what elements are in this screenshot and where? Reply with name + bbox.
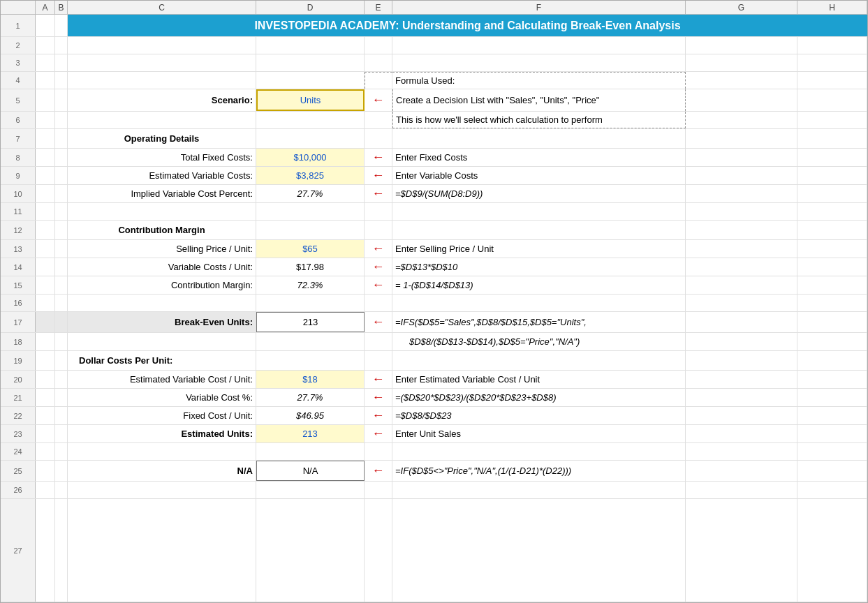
cell-10e: ← [365, 185, 392, 202]
cell-11d [256, 203, 365, 220]
col-header-e: E [365, 1, 392, 14]
est-units-value[interactable]: 213 [256, 425, 365, 442]
cell-12g [686, 221, 797, 239]
cell-11f [392, 203, 686, 220]
row-13: 13 Selling Price / Unit: $65 ← Enter Sel… [1, 240, 867, 258]
cell-19b [55, 351, 68, 370]
cell-23h [797, 425, 867, 442]
cell-3e [365, 54, 392, 71]
cell-22d: $46.95 [256, 407, 365, 424]
rownum-22: 22 [1, 407, 36, 424]
est-units-label: Estimated Units: [181, 429, 253, 439]
col-header-d: D [256, 1, 365, 14]
cell-8c: Total Fixed Costs: [68, 149, 256, 166]
cell-11h [797, 203, 867, 220]
cell-6f: This is how we'll select which calculati… [392, 112, 686, 128]
cell-21c: Variable Cost %: [68, 389, 256, 406]
cell-16b [55, 295, 68, 311]
title-text: INVESTOPEDIA ACADEMY: Understanding and … [254, 20, 680, 32]
cell-23b [55, 425, 68, 442]
row-7: 7 Operating Details [1, 129, 867, 149]
cell-10d: 27.7% [256, 185, 365, 202]
cell-24f [392, 443, 686, 460]
cell-16d [256, 295, 365, 311]
var-costs-val: $3,825 [296, 170, 324, 181]
cell-7d [256, 129, 365, 148]
row-15: 15 Contribution Margin: 72.3% ← = 1-($D$… [1, 276, 867, 295]
rownum-19: 19 [1, 351, 36, 370]
cell-12c: Contribution Margin [68, 221, 256, 239]
cell-7c: Operating Details [68, 129, 256, 148]
cell-22f: =$D$8/$D$23 [392, 407, 686, 424]
cell-10c: Implied Variable Cost Percent: [68, 185, 256, 202]
cell-24d [256, 443, 365, 460]
cell-24h [797, 443, 867, 460]
cell-7h [797, 129, 867, 148]
cell-6g [686, 112, 797, 128]
breakeven-units-label: Break-Even Units: [175, 317, 253, 327]
formula-13: Enter Selling Price / Unit [395, 244, 494, 254]
cell-11b [55, 203, 68, 220]
scenario-dropdown[interactable]: Units [256, 89, 365, 111]
cell-9f: Enter Variable Costs [392, 167, 686, 184]
scenario-label: Scenario: [212, 95, 253, 105]
rownum-12: 12 [1, 221, 36, 239]
cell-23e: ← [365, 425, 392, 442]
na-val: N/A [303, 466, 318, 476]
arrow-23: ← [372, 426, 385, 441]
row-24: 24 [1, 443, 867, 461]
breakeven-units-val: 213 [303, 317, 318, 327]
implied-var-val: 27.7% [297, 188, 323, 199]
rownum-21: 21 [1, 389, 36, 406]
rownum-11: 11 [1, 203, 36, 220]
cell-16a [36, 295, 55, 311]
cell-5a [36, 89, 55, 111]
cell-21d: 27.7% [256, 389, 365, 406]
cell-2c [68, 37, 256, 54]
cell-6h [797, 112, 867, 128]
rownum-24: 24 [1, 443, 36, 460]
rownum-25: 25 [1, 461, 36, 481]
selling-price-value[interactable]: $65 [256, 240, 365, 258]
cell-4b [55, 72, 68, 89]
cell-26e [365, 482, 392, 498]
cell-8f: Enter Fixed Costs [392, 149, 686, 166]
cell-14h [797, 258, 867, 276]
rownum-3: 3 [1, 54, 36, 71]
cell-25c: N/A [68, 461, 256, 481]
formula-20: Enter Estimated Variable Cost / Unit [395, 374, 540, 385]
rownum-5: 5 [1, 89, 36, 111]
var-costs-unit-label: Variable Costs / Unit: [168, 262, 253, 272]
cell-18g [686, 333, 797, 350]
cell-26h [797, 482, 867, 498]
fixed-cost-unit-label: Fixed Cost / Unit: [183, 410, 253, 421]
cell-3b [55, 54, 68, 71]
fixed-costs-value[interactable]: $10,000 [256, 149, 365, 166]
rownum-17: 17 [1, 312, 36, 332]
cell-5e: ← [365, 89, 392, 111]
na-label: N/A [237, 466, 253, 476]
cell-23a [36, 425, 55, 442]
cell-21b [55, 389, 68, 406]
cell-4g [686, 72, 797, 89]
est-var-cost-unit-value[interactable]: $18 [256, 371, 365, 388]
column-headers: A B C D E F G H [1, 1, 867, 15]
arrow-5: ← [372, 93, 385, 107]
cell-4d [256, 72, 365, 89]
cell-6e [365, 112, 392, 128]
cell-24c [68, 443, 256, 460]
cell-15d: 72.3% [256, 276, 365, 294]
cell-7g [686, 129, 797, 148]
cell-18e [365, 333, 392, 350]
formula-23: Enter Unit Sales [395, 429, 461, 439]
cell-19h [797, 351, 867, 370]
row-1: 1 INVESTOPEDIA ACADEMY: Understanding an… [1, 15, 867, 37]
rownum-2: 2 [1, 37, 36, 54]
rownum-13: 13 [1, 240, 36, 258]
cell-21e: ← [365, 389, 392, 406]
contrib-pct-label: Contribution Margin: [171, 280, 253, 290]
scenario-value: Units [300, 95, 321, 105]
var-costs-value[interactable]: $3,825 [256, 167, 365, 184]
cell-5g [686, 89, 797, 111]
row-16: 16 [1, 295, 867, 312]
